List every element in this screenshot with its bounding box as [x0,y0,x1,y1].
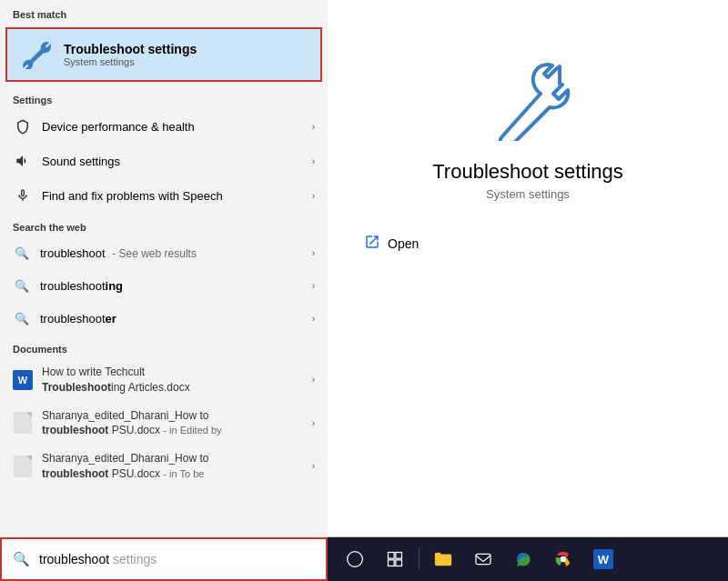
speech-label: Find and fix problems with Speech [42,189,312,203]
chevron-icon: › [312,156,315,166]
doc-text-3: Sharanya_edited_Dharani_How to troublesh… [42,451,312,482]
svg-point-7 [561,556,566,562]
shield-icon [13,116,33,136]
chevron-icon: › [312,122,315,132]
open-button[interactable]: Open [364,228,419,259]
doc-item-1[interactable]: W How to write Techcult Troubleshooting … [0,358,328,402]
mail-button[interactable] [465,541,501,577]
web-item-label: troubleshooter [40,312,312,326]
see-results-text: - See web results [112,247,197,260]
taskbar: W [328,537,728,581]
doc-text-2: Sharanya_edited_Dharani_How to troublesh… [42,408,312,439]
best-match-item[interactable]: Troubleshoot settings System settings [5,27,322,82]
search-icon: 🔍 [13,276,31,295]
left-panel: Best match Troubleshoot settings System … [0,0,328,581]
svg-point-0 [348,552,363,567]
edge-button[interactable] [505,541,541,577]
settings-item-sound[interactable]: Sound settings › [0,144,328,178]
taskbar-divider [419,548,420,570]
svg-rect-5 [476,554,490,564]
search-icon: 🔍 [13,244,31,262]
documents-label: Documents [0,335,328,358]
best-match-label: Best match [0,0,328,24]
chevron-icon: › [312,461,315,471]
svg-rect-4 [396,560,402,566]
search-icon: 🔍 [13,551,30,567]
generic-doc-icon [13,411,33,435]
bold-suffix: ing [106,279,124,293]
best-match-subtitle: System settings [64,56,197,67]
settings-label: Settings [0,85,328,109]
chevron-icon: › [312,191,315,201]
web-search-troubleshooter[interactable]: 🔍 troubleshooter › [0,302,328,335]
explorer-button[interactable] [425,541,461,577]
doc-item-2[interactable]: Sharanya_edited_Dharani_How to troublesh… [0,402,328,446]
device-performance-label: Device performance & health [42,120,312,134]
typed-text: troubleshoot [39,552,109,566]
bold-suffix: er [106,312,116,326]
web-search-troubleshoot[interactable]: 🔍 troubleshoot - See web results › [0,236,328,269]
wrench-icon [473,55,582,145]
settings-item-device[interactable]: Device performance & health › [0,109,328,144]
right-subtitle: System settings [486,187,570,201]
word-button[interactable]: W [585,541,622,577]
cortana-button[interactable] [337,541,373,577]
best-match-text: Troubleshoot settings System settings [64,42,197,67]
search-input[interactable]: troubleshoot settings [39,552,315,566]
chevron-icon: › [312,281,315,291]
chrome-button[interactable] [545,541,581,577]
sound-icon [13,151,33,171]
web-item-label: troubleshooting [40,279,312,293]
task-view-button[interactable] [377,541,413,577]
svg-rect-3 [389,560,395,566]
chevron-icon: › [312,375,315,385]
chevron-icon: › [312,314,315,324]
svg-rect-1 [389,553,395,559]
settings-item-speech[interactable]: Find and fix problems with Speech › [0,178,328,213]
sound-settings-label: Sound settings [42,155,312,168]
doc-text-1: How to write Techcult Troubleshooting Ar… [42,365,312,396]
doc-item-3[interactable]: Sharanya_edited_Dharani_How to troublesh… [0,445,328,488]
web-item-label: troubleshoot - See web results [40,246,312,260]
chevron-icon: › [312,248,315,258]
svg-rect-2 [396,553,402,559]
chevron-icon: › [312,418,315,428]
generic-doc-icon [13,455,33,478]
search-bar[interactable]: 🔍 troubleshoot settings [0,537,328,581]
best-match-title: Troubleshoot settings [64,42,197,56]
web-search-troubleshooting[interactable]: 🔍 troubleshooting › [0,269,328,302]
suggestion-text: settings [109,552,157,566]
mic-icon [13,185,33,205]
search-icon: 🔍 [13,309,31,327]
right-title: Troubleshoot settings [432,160,623,184]
web-typed: troubleshoot [40,246,106,260]
open-label: Open [388,236,419,251]
right-panel: Troubleshoot settings System settings Op… [328,0,728,536]
search-web-label: Search the web [0,213,328,236]
open-icon [364,234,380,254]
word-doc-icon: W [13,368,33,392]
troubleshoot-icon [20,38,53,71]
